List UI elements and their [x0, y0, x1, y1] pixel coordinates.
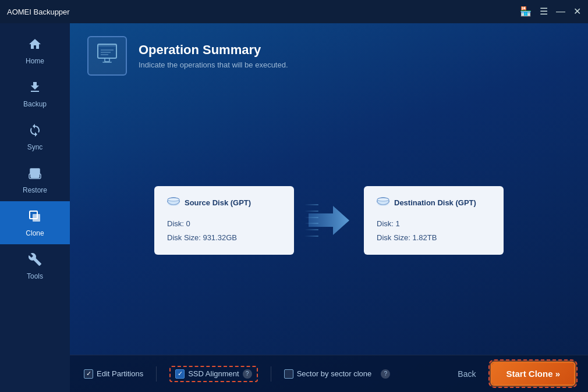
minimize-button[interactable]: —: [556, 7, 565, 16]
clone-arrow-wrapper: [300, 197, 358, 244]
destination-disk-label: Destination Disk (GPT): [394, 198, 476, 207]
ssd-alignment-checkbox[interactable]: ✓: [175, 369, 185, 379]
source-disk-card: Source Disk (GPT) Disk: 0 Disk Size: 931…: [154, 186, 294, 255]
destination-disk-size: Disk Size: 1.82TB: [377, 231, 491, 244]
data-lines: [304, 202, 318, 239]
sector-clone-label: Sector by sector clone: [297, 369, 372, 378]
ssd-alignment-label: SSD Alignment: [188, 369, 239, 378]
ssd-alignment-help-icon[interactable]: ?: [243, 369, 252, 379]
ssd-alignment-check: ✓: [178, 370, 183, 377]
source-disk-title: Source Disk (GPT): [167, 197, 281, 209]
source-disk-icon: [167, 197, 180, 209]
restore-icon: [28, 166, 42, 183]
menu-button[interactable]: ☰: [540, 7, 548, 16]
source-disk-label: Source Disk (GPT): [185, 198, 251, 207]
ssd-alignment-highlight: ✓ SSD Alignment ?: [169, 366, 257, 382]
sidebar-item-sync-label: Sync: [27, 143, 43, 151]
ssd-alignment-option[interactable]: ✓ SSD Alignment: [175, 369, 239, 379]
destination-disk-title: Destination Disk (GPT): [377, 197, 491, 209]
backup-icon: [28, 80, 42, 97]
edit-partitions-check: ✓: [86, 370, 91, 377]
edit-partitions-label: Edit Partitions: [97, 369, 143, 378]
app-title: AOMEI Backupper: [7, 8, 70, 16]
sidebar-item-tools-label: Tools: [27, 272, 43, 280]
sidebar-item-restore-label: Restore: [23, 186, 47, 194]
page-subtitle: Indicate the operations that will be exe…: [139, 60, 288, 69]
destination-disk-icon: [377, 197, 389, 209]
back-button[interactable]: Back: [451, 366, 483, 382]
sector-clone-option[interactable]: Sector by sector clone: [284, 369, 372, 379]
sidebar-item-backup[interactable]: Backup: [0, 72, 70, 115]
svg-rect-3: [33, 214, 40, 222]
footer-options: ✓ Edit Partitions ✓ SSD Alignment ?: [84, 366, 451, 382]
close-button[interactable]: ✕: [573, 7, 581, 16]
destination-disk-number: Disk: 1: [377, 217, 491, 230]
operation-summary-icon: [94, 41, 120, 72]
edit-partitions-option[interactable]: ✓ Edit Partitions: [84, 369, 143, 379]
footer-separator-1: [156, 366, 157, 382]
sidebar-item-home-label: Home: [26, 57, 44, 65]
title-bar: AOMEI Backupper 🏪 ☰ — ✕: [0, 0, 588, 23]
window-controls: 🏪 ☰ — ✕: [520, 7, 581, 16]
sidebar-item-restore[interactable]: Restore: [0, 158, 70, 201]
sidebar: Home Backup Sync Restore Clone: [0, 23, 70, 392]
sidebar-item-backup-label: Backup: [23, 100, 47, 108]
sector-clone-checkbox[interactable]: [284, 369, 293, 379]
header-text: Operation Summary Indicate the operation…: [139, 42, 288, 69]
store-button[interactable]: 🏪: [520, 7, 532, 16]
app-body: Home Backup Sync Restore Clone: [0, 23, 588, 392]
edit-partitions-checkbox[interactable]: ✓: [84, 369, 93, 379]
clone-area: Source Disk (GPT) Disk: 0 Disk Size: 931…: [70, 86, 588, 355]
source-disk-info: Disk: 0 Disk Size: 931.32GB: [167, 217, 281, 244]
source-disk-size: Disk Size: 931.32GB: [167, 231, 281, 244]
source-disk-number: Disk: 0: [167, 217, 281, 230]
sync-icon: [28, 123, 42, 140]
svg-rect-7: [102, 62, 112, 63]
main-content: Operation Summary Indicate the operation…: [70, 23, 588, 392]
header-icon-box: [87, 36, 127, 76]
svg-rect-5: [98, 44, 116, 47]
tools-icon: [28, 252, 42, 269]
home-icon: [28, 37, 42, 54]
footer-actions: Back Start Clone »: [451, 363, 574, 384]
destination-disk-card: Destination Disk (GPT) Disk: 1 Disk Size…: [364, 186, 504, 255]
destination-disk-info: Disk: 1 Disk Size: 1.82TB: [377, 217, 491, 244]
page-title: Operation Summary: [139, 42, 288, 58]
footer-bar: ✓ Edit Partitions ✓ SSD Alignment ?: [70, 355, 588, 392]
sidebar-item-tools[interactable]: Tools: [0, 244, 70, 287]
sidebar-item-home[interactable]: Home: [0, 29, 70, 72]
clone-arrow-area: [294, 197, 364, 244]
content-header: Operation Summary Indicate the operation…: [70, 23, 588, 86]
sidebar-item-clone-label: Clone: [26, 229, 44, 237]
sidebar-item-sync[interactable]: Sync: [0, 115, 70, 158]
clone-icon: [28, 209, 42, 226]
start-clone-button[interactable]: Start Clone »: [492, 363, 574, 384]
footer-separator-2: [271, 366, 271, 382]
sidebar-item-clone[interactable]: Clone: [0, 201, 70, 244]
sector-clone-help-icon[interactable]: ?: [381, 369, 390, 379]
